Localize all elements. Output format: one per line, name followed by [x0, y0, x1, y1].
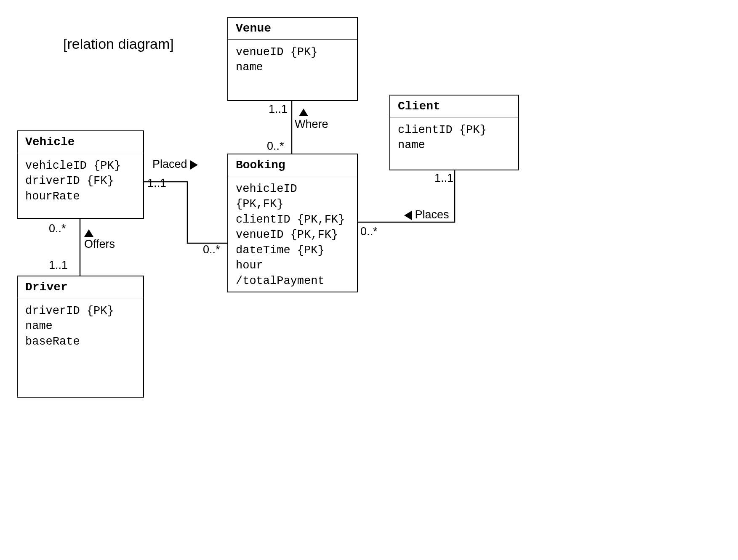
attr: baseRate — [25, 334, 136, 349]
arrow-right-icon — [190, 160, 198, 170]
attr: /totalPayment — [236, 273, 349, 289]
attr: dateTime {PK} — [236, 243, 349, 258]
entity-venue-header: Venue — [228, 18, 357, 40]
entity-driver-body: driverID {PK} name baseRate — [18, 298, 143, 354]
arrow-left-icon — [404, 211, 412, 220]
relation-where-label: Where — [295, 118, 328, 131]
arrow-up-icon — [84, 229, 93, 237]
entity-client-body: clientID {PK} name — [390, 117, 518, 158]
entity-vehicle-body: vehicleID {PK} driverID {FK} hourRate — [18, 153, 143, 209]
relation-places-label: Places — [404, 208, 449, 221]
attr: driverID {FK} — [25, 173, 136, 188]
attr: driverID {PK} — [25, 303, 136, 318]
diagram-title: [relation diagram] — [63, 36, 174, 52]
attr: hour — [236, 258, 349, 273]
relation-offers-arrow — [84, 226, 93, 239]
attr: clientID {PK,FK} — [236, 212, 349, 227]
attr: name — [398, 138, 511, 153]
entity-booking-header: Booking — [228, 154, 357, 176]
card-where-venue: 1..1 — [269, 103, 288, 116]
relation-where-arrow — [299, 105, 308, 118]
relation-offers-label: Offers — [84, 238, 115, 251]
card-offers-driver: 1..1 — [49, 259, 68, 272]
attr: name — [236, 60, 349, 75]
entity-driver-header: Driver — [18, 276, 143, 298]
card-placed-booking: 0..* — [203, 243, 220, 256]
card-places-booking: 0..* — [360, 225, 378, 238]
entity-venue-body: venueID {PK} name — [228, 40, 357, 80]
entity-booking-body: vehicleID {PK,FK} clientID {PK,FK} venue… — [228, 176, 357, 294]
entity-client: Client clientID {PK} name — [389, 95, 519, 170]
entity-booking: Booking vehicleID {PK,FK} clientID {PK,F… — [227, 154, 358, 292]
attr: vehicleID {PK} — [25, 158, 136, 173]
entity-vehicle-header: Vehicle — [18, 131, 143, 153]
attr: name — [25, 318, 136, 334]
relation-placed-label: Placed — [152, 158, 198, 171]
attr: vehicleID {PK,FK} — [236, 181, 349, 212]
entity-driver: Driver driverID {PK} name baseRate — [17, 276, 144, 398]
entity-venue: Venue venueID {PK} name — [227, 17, 358, 101]
arrow-up-icon — [299, 109, 308, 116]
card-places-client: 1..1 — [434, 172, 453, 185]
card-placed-vehicle: 1..1 — [147, 177, 166, 190]
attr: venueID {PK,FK} — [236, 227, 349, 242]
card-where-booking: 0..* — [267, 140, 284, 153]
entity-client-header: Client — [390, 96, 518, 117]
entity-vehicle: Vehicle vehicleID {PK} driverID {FK} hou… — [17, 130, 144, 219]
attr: venueID {PK} — [236, 45, 349, 60]
attr: hourRate — [25, 189, 136, 204]
attr: clientID {PK} — [398, 122, 511, 138]
card-offers-vehicle: 0..* — [49, 222, 66, 235]
